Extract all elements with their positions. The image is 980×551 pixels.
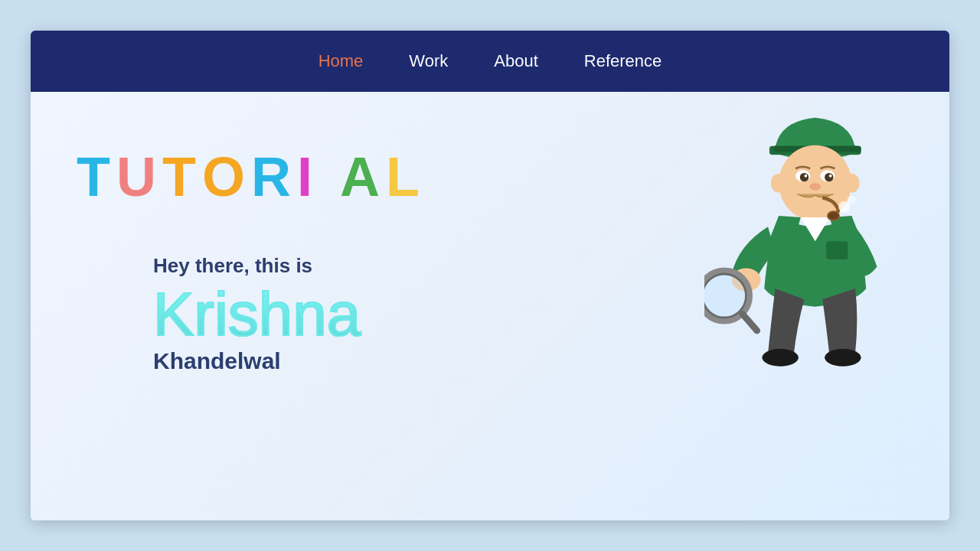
letter-R: R	[251, 145, 291, 208]
svg-line-16	[743, 314, 757, 331]
nav-about[interactable]: About	[494, 51, 538, 71]
svg-point-9	[829, 174, 832, 178]
app-window: Home Work About Reference T U T O R I A …	[31, 31, 949, 520]
svg-point-8	[805, 174, 808, 178]
letter-L: L	[386, 145, 420, 208]
letter-T1: T	[77, 145, 110, 208]
main-content: T U T O R I A L Hey there, this is Krish…	[31, 92, 949, 520]
svg-point-21	[838, 201, 850, 213]
svg-point-22	[848, 195, 856, 204]
nav-work[interactable]: Work	[409, 51, 448, 71]
letter-U: U	[116, 145, 156, 208]
svg-point-10	[809, 183, 821, 191]
navbar: Home Work About Reference	[31, 31, 949, 92]
svg-point-7	[825, 173, 833, 181]
svg-point-6	[800, 173, 808, 181]
detective-illustration	[704, 99, 919, 390]
svg-point-20	[828, 211, 839, 220]
detective-svg	[704, 99, 919, 390]
nav-home[interactable]: Home	[318, 51, 364, 71]
svg-point-12	[845, 174, 860, 193]
letter-I: I	[297, 145, 312, 208]
svg-point-15	[704, 274, 746, 318]
letter-A: A	[340, 145, 380, 208]
letter-T2: T	[162, 145, 196, 208]
svg-point-11	[771, 174, 786, 193]
svg-point-18	[762, 349, 799, 367]
nav-reference[interactable]: Reference	[584, 51, 662, 71]
tutorial-space	[318, 145, 334, 208]
letter-O: O	[202, 145, 245, 208]
svg-rect-17	[826, 241, 848, 259]
svg-point-19	[825, 349, 861, 367]
